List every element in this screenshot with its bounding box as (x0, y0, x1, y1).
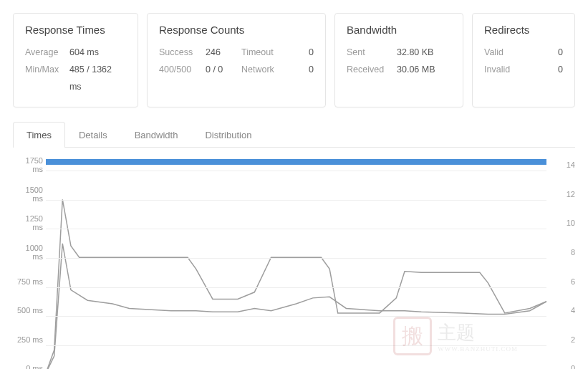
label: Sent (347, 44, 397, 62)
y-right-tick: 12 (551, 190, 575, 198)
row-valid: Valid 0 (484, 44, 563, 62)
tab-bandwidth[interactable]: Bandwidth (121, 122, 192, 148)
card-bandwidth: Bandwidth Sent 32.80 KB Received 30.06 M… (334, 13, 463, 107)
label: 400/500 (159, 62, 206, 79)
y-left-tick: 0 ms (13, 364, 43, 369)
label: Timeout (241, 44, 284, 62)
value: 0 (524, 62, 563, 79)
card-title: Response Times (25, 24, 126, 36)
y-right-tick: 6 (551, 277, 575, 286)
gridline (46, 200, 546, 201)
y-right-tick: 4 (551, 306, 575, 315)
label: Success (159, 44, 206, 62)
card-title: Redirects (484, 24, 563, 36)
series-avg (46, 244, 546, 369)
value: 0 / 0 (206, 62, 241, 79)
row-average: Average 604 ms (25, 44, 126, 62)
card-redirects: Redirects Valid 0 Invalid 0 (472, 13, 575, 107)
label: Invalid (484, 62, 524, 79)
label: Network (241, 62, 284, 79)
chart-panel: 0 ms250 ms500 ms750 ms1000 ms1250 ms1500… (13, 148, 575, 369)
value: 30.06 MB (397, 62, 435, 79)
y-left-tick: 1500 ms (13, 186, 43, 203)
card-title: Response Counts (159, 24, 314, 36)
row-sent: Sent 32.80 KB (347, 44, 451, 62)
gridline (46, 345, 546, 346)
label: Average (25, 44, 69, 62)
value: 0 (284, 62, 314, 79)
value: 246 (206, 44, 241, 62)
gridline (46, 171, 546, 171)
row-received: Received 30.06 MB (347, 62, 451, 79)
y-left-tick: 750 ms (13, 277, 43, 286)
y-right-tick: 2 (551, 335, 575, 344)
chart-tabs: Times Details Bandwidth Distribution (13, 122, 575, 148)
y-left-tick: 1250 ms (13, 214, 43, 231)
y-left-tick: 1000 ms (13, 244, 43, 261)
card-response-times: Response Times Average 604 ms Min/Max 48… (13, 13, 138, 107)
label: Received (347, 62, 397, 79)
gridline (46, 287, 546, 288)
tab-times[interactable]: Times (13, 122, 65, 148)
value: 0 (524, 44, 563, 62)
y-right-tick: 0 (551, 364, 575, 369)
card-response-counts: Response Counts Success 246 Timeout 0 40… (147, 13, 326, 107)
series-max (46, 200, 546, 369)
y-left-tick: 500 ms (13, 306, 43, 315)
label: Min/Max (25, 62, 69, 96)
progress-bar (46, 159, 546, 165)
tab-details[interactable]: Details (65, 122, 121, 148)
value: 485 / 1362 ms (69, 62, 126, 96)
gridline (46, 229, 546, 229)
value: 0 (284, 44, 314, 62)
label: Valid (484, 44, 524, 62)
row-invalid: Invalid 0 (484, 62, 563, 79)
value: 32.80 KB (397, 44, 433, 62)
card-title: Bandwidth (347, 24, 451, 36)
stats-cards: Response Times Average 604 ms Min/Max 48… (13, 13, 575, 107)
gridline (46, 316, 546, 317)
y-right-tick: 14 (551, 160, 575, 169)
row-err-network: 400/500 0 / 0 Network 0 (159, 62, 314, 79)
tab-distribution[interactable]: Distribution (191, 122, 265, 148)
y-right-tick: 8 (551, 248, 575, 257)
y-left-tick: 250 ms (13, 335, 43, 344)
gridline (46, 258, 546, 259)
row-minmax: Min/Max 485 / 1362 ms (25, 62, 126, 96)
value: 604 ms (69, 44, 99, 62)
y-left-tick: 1750 ms (13, 156, 43, 173)
y-right-tick: 10 (551, 219, 575, 227)
chart-plot-area[interactable] (46, 171, 546, 369)
row-success-timeout: Success 246 Timeout 0 (159, 44, 314, 62)
